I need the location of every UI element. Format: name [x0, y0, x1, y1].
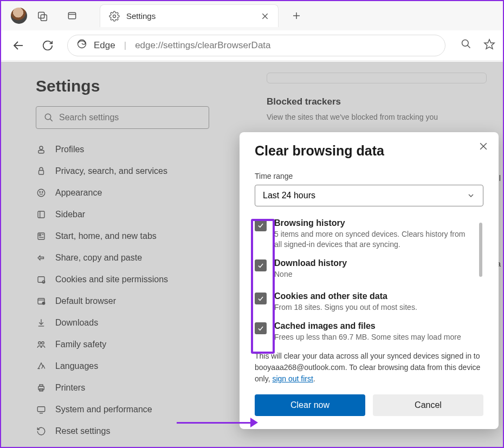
edge-icon [76, 38, 87, 52]
cancel-button[interactable]: Cancel [373, 394, 483, 416]
zoom-icon[interactable] [461, 38, 471, 53]
svg-line-12 [468, 45, 470, 48]
close-icon[interactable] [478, 141, 489, 152]
checkbox-desc: From 18 sites. Signs you out of most sit… [274, 302, 417, 313]
dialog-footer-note: This will clear your data across all you… [255, 350, 483, 385]
omnibox-url: edge://settings/clearBrowserData [135, 40, 270, 51]
checkbox-desc: None [274, 269, 347, 280]
svg-rect-2 [68, 12, 75, 19]
dialog-title: Clear browsing data [255, 143, 483, 159]
checkbox-item: Browsing history 5 items and more on syn… [255, 218, 474, 250]
clear-browsing-data-dialog: Clear browsing data Time range Last 24 h… [240, 132, 499, 429]
svg-point-4 [113, 15, 116, 17]
favorite-icon[interactable] [483, 38, 495, 53]
back-button[interactable] [9, 36, 28, 55]
refresh-button[interactable] [38, 36, 57, 55]
workspaces-icon[interactable] [37, 10, 49, 22]
checkbox-list: Browsing history 5 items and more on syn… [255, 218, 483, 342]
tab-actions-icon[interactable] [66, 10, 78, 22]
new-tab-button[interactable] [286, 5, 307, 26]
gear-icon [109, 11, 120, 22]
toolbar: Edge | edge://settings/clearBrowserData [1, 30, 503, 61]
profile-avatar[interactable] [11, 8, 27, 24]
clear-now-button[interactable]: Clear now [255, 394, 365, 416]
checkbox[interactable] [255, 219, 267, 231]
time-range-dropdown[interactable]: Last 24 hours [255, 185, 483, 206]
browser-tab[interactable]: Settings [100, 4, 279, 27]
time-range-value: Last 24 hours [263, 191, 315, 200]
checkbox-item: Cached images and files Frees up less th… [255, 321, 474, 342]
checkbox-label: Cached images and files [274, 321, 461, 331]
svg-marker-13 [484, 39, 494, 48]
sign-out-link[interactable]: sign out first [272, 374, 313, 383]
checkbox[interactable] [255, 259, 267, 271]
checkbox[interactable] [255, 322, 267, 334]
checkbox-item: Download history None [255, 258, 474, 280]
titlebar: Settings [1, 1, 503, 30]
omnibox-prefix: Edge [94, 40, 115, 51]
checkbox-label: Browsing history [274, 218, 474, 228]
checkbox-desc: Frees up less than 69.7 MB. Some sites m… [274, 332, 461, 342]
close-icon[interactable] [261, 12, 269, 21]
checkbox-desc: 5 items and more on synced devices. Clea… [274, 229, 474, 250]
svg-point-11 [462, 40, 469, 46]
checkbox-label: Download history [274, 258, 347, 268]
checkbox[interactable] [255, 293, 267, 304]
scrollbar[interactable] [479, 223, 482, 277]
chevron-down-icon [467, 191, 475, 200]
time-range-label: Time range [255, 172, 483, 180]
address-bar[interactable]: Edge | edge://settings/clearBrowserData [67, 35, 445, 56]
checkbox-item: Cookies and other site data From 18 site… [255, 291, 474, 313]
tab-title: Settings [126, 11, 254, 21]
checkbox-label: Cookies and other site data [274, 291, 417, 301]
